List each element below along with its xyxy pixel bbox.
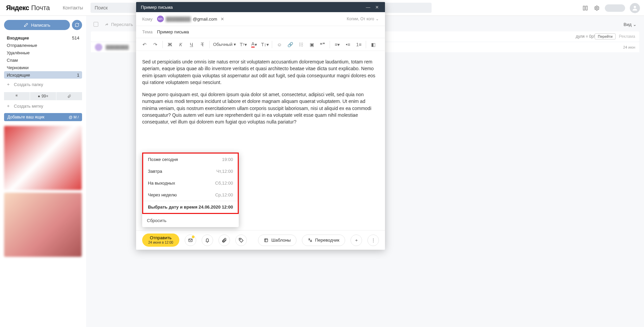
schedule-weekend[interactable]: На выходныхСб,12:00 [143, 177, 238, 189]
folder-list: Входящие514 Отправленные Удалённые Спам … [4, 34, 82, 79]
contacts-link[interactable]: Контакты [63, 5, 83, 10]
create-label[interactable]: ＋ Создать метку [4, 100, 82, 112]
folder-outbox[interactable]: Исходящие1 [4, 71, 82, 79]
bold-button[interactable]: Ж [166, 41, 174, 48]
select-all-checkbox[interactable] [94, 22, 98, 27]
promo-goto[interactable]: Перейти [595, 33, 616, 39]
plus-icon: ＋ [6, 103, 10, 109]
schedule-popover: Позже сегодня19:00 ЗавтраЧт,12:00 На вых… [142, 153, 239, 227]
translator-button[interactable]: Переводчик [302, 235, 345, 246]
translate-icon [308, 238, 312, 243]
mini-unread[interactable]: ● 99+ [30, 92, 56, 100]
recipient-name: ████████ [166, 17, 191, 22]
compose-titlebar[interactable]: Пример письма — ✕ [136, 2, 385, 12]
font-size-button[interactable]: TT▾ [239, 41, 247, 48]
layout-icon[interactable] [582, 5, 589, 11]
svg-point-2 [596, 7, 598, 9]
gear-icon[interactable] [593, 5, 600, 11]
forward-icon [104, 22, 109, 26]
emoji-button[interactable]: ☺ [276, 41, 283, 48]
folder-drafts[interactable]: Черновики [4, 64, 82, 71]
unlink-button[interactable]: ⛓ [297, 41, 305, 48]
schedule-later-today[interactable]: Позже сегодня19:00 [143, 154, 238, 165]
text-color-button[interactable]: A▾ [250, 41, 258, 48]
chevron-down-icon: ⌄ [633, 22, 637, 27]
folder-trash[interactable]: Удалённые [4, 49, 82, 56]
attach-button[interactable] [218, 235, 230, 246]
schedule-tomorrow[interactable]: ЗавтраЧт,12:00 [143, 165, 238, 177]
label-button[interactable] [235, 235, 247, 246]
mailbox-icons: @ M / [69, 115, 79, 119]
strike-button[interactable]: Ꚍ [199, 41, 206, 48]
add-tool-button[interactable]: ＋ [351, 235, 362, 246]
create-folder[interactable]: ＋ Создать папку [4, 79, 82, 90]
subject-label: Тема [142, 29, 157, 34]
minimize-button[interactable]: — [365, 4, 371, 10]
ad-block [4, 126, 82, 257]
quote-button[interactable]: ❝❞ [319, 41, 326, 48]
style-select[interactable]: Обычный ▾ [213, 42, 236, 47]
remove-recipient[interactable]: ✕ [221, 17, 224, 22]
ad-image-1[interactable] [4, 126, 82, 190]
link-button[interactable]: 🔗 [286, 41, 294, 48]
forward-button[interactable]: Переслать [104, 22, 133, 27]
chevron-down-icon: ⌄ [376, 17, 379, 21]
number-list-button[interactable]: 1≡ [355, 41, 362, 48]
to-field[interactable]: Кому MA ████████ @gmail.com ✕ Копии, От … [136, 12, 385, 26]
sender-avatar [95, 44, 102, 51]
cc-toggle[interactable]: Копии, От кого ⌄ [347, 17, 379, 21]
compose-footer: Отправить 24 июня в 12:00 Шаблоны Перево… [136, 230, 385, 250]
close-button[interactable]: ✕ [373, 4, 380, 10]
sidebar: Написать Входящие514 Отправленные Удалён… [0, 16, 86, 327]
send-button[interactable]: Отправить 24 июня в 12:00 [142, 234, 179, 246]
schedule-pick-datetime[interactable]: Выбрать дату и время24.06.2020 12:00 [143, 201, 238, 213]
compose-row: Написать [4, 20, 82, 30]
undo-button[interactable]: ↶ [141, 41, 148, 48]
bullet-list-button[interactable]: •≡ [344, 41, 352, 48]
tag-icon [238, 238, 244, 243]
recipient-chip[interactable]: MA ████████ @gmail.com ✕ [157, 16, 224, 22]
folder-sent[interactable]: Отправленные [4, 42, 82, 49]
logo[interactable]: Яндекс Почта [6, 4, 50, 12]
subject-field[interactable]: Тема Пример письма [136, 26, 385, 38]
mini-flag[interactable] [4, 92, 30, 100]
italic-button[interactable]: К [177, 41, 184, 48]
refresh-button[interactable] [72, 20, 82, 30]
account-pill[interactable] [605, 4, 625, 12]
envelope-icon [187, 238, 194, 243]
view-toggle[interactable]: Вид ⌄ [623, 22, 637, 27]
compose-button[interactable]: Написать [4, 20, 70, 30]
line-height-button[interactable]: T↕▾ [261, 41, 268, 48]
reminder-button[interactable] [202, 235, 213, 246]
paperclip-icon [222, 238, 227, 243]
redo-button[interactable]: ↷ [152, 41, 159, 48]
body-para-2: Neque porro quisquam est, qui dolorem ip… [142, 91, 379, 125]
add-mailbox[interactable]: Добавьте ваш ящик @ M / [4, 113, 82, 121]
logo-mail: Почта [31, 4, 50, 12]
subject-value: Пример письма [157, 29, 189, 34]
clear-format-button[interactable]: ◧ [369, 41, 377, 48]
align-button[interactable]: ≡▾ [333, 41, 341, 48]
svg-rect-1 [586, 6, 588, 10]
pencil-icon [24, 23, 28, 27]
more-button[interactable]: ⋮ [367, 235, 379, 246]
ad-image-2[interactable] [4, 193, 82, 257]
schedule-options: Позже сегодня19:00 ЗавтраЧт,12:00 На вых… [142, 153, 239, 214]
logo-yandex: Яндекс [6, 4, 29, 12]
mini-attach[interactable] [56, 92, 82, 100]
avatar[interactable] [630, 3, 640, 13]
editor-toolbar: ↶ ↷ Ж К Ч Ꚍ Обычный ▾ TT▾ A▾ T↕▾ ☺ 🔗 ⛓ ▣… [136, 38, 385, 51]
folder-spam[interactable]: Спам [4, 56, 82, 64]
schedule-reset[interactable]: Сбросить [142, 214, 239, 227]
promo-text: дуля = 0р! [576, 34, 595, 39]
svg-rect-6 [265, 239, 268, 242]
folder-inbox[interactable]: Входящие514 [4, 34, 82, 42]
recipient-email: @gmail.com [193, 17, 217, 22]
compose-title: Пример письма [141, 5, 363, 10]
plus-icon: ＋ [6, 81, 10, 87]
schedule-next-week[interactable]: Через неделюСр,12:00 [143, 189, 238, 201]
templates-button[interactable]: Шаблоны [258, 235, 297, 246]
image-button[interactable]: ▣ [308, 41, 315, 48]
schedule-send-button[interactable] [185, 235, 196, 246]
underline-button[interactable]: Ч [188, 41, 195, 48]
